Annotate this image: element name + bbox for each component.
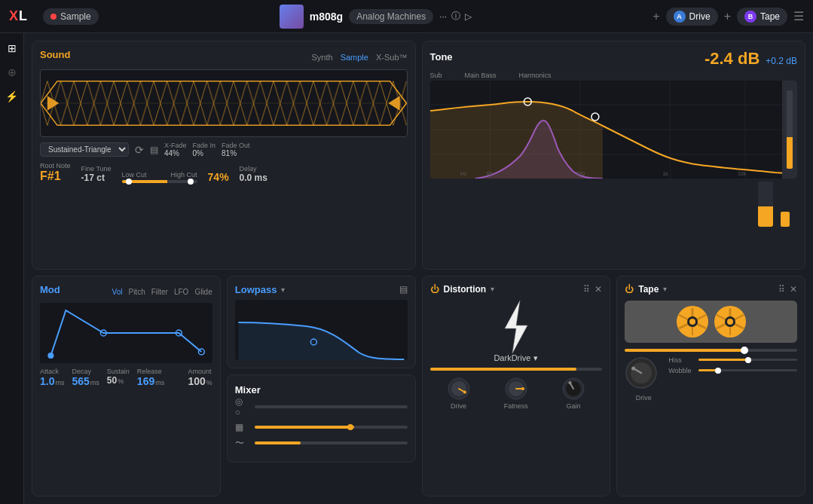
tab-xsub[interactable]: X-Sub™ <box>376 53 408 62</box>
add-icon[interactable]: + <box>653 10 659 23</box>
tab-glide[interactable]: Glide <box>194 288 212 296</box>
mixer-circles-icon: ◎ ○ <box>235 396 250 417</box>
wobble-label: Wobble <box>668 367 695 374</box>
waveform-svg <box>41 70 407 136</box>
main-bass-label: Main Bass <box>465 72 497 79</box>
lowpass-svg <box>235 300 408 360</box>
tone-db-value: -2.4 dB <box>704 49 760 69</box>
mixer-slider-3[interactable] <box>255 441 408 444</box>
tone-panel: Tone -2.4 dB +0.2 dB Sub Main Bass Harmo… <box>422 41 806 270</box>
mixer-slider-1[interactable] <box>255 405 408 408</box>
record-dot-icon <box>50 14 57 20</box>
svg-text:1k: 1k <box>662 171 668 176</box>
sub-label: Sub <box>430 72 442 79</box>
drive-knob[interactable] <box>447 377 471 401</box>
tape-bottom-controls: Drive Hiss Wobble <box>625 356 797 402</box>
menu-icon[interactable]: ☰ <box>793 9 804 23</box>
mod-panel: Mod Vol Pitch Filter LFO Glide <box>32 276 221 497</box>
chain-b-button[interactable]: B Tape <box>737 8 787 26</box>
sidebar-grid-icon[interactable]: ⊞ <box>8 42 17 54</box>
tape-drive-section: Drive <box>625 356 662 402</box>
tape-drive-knob[interactable] <box>625 356 658 389</box>
sound-title: Sound <box>40 49 70 60</box>
cut-slider-param: Low Cut High Cut <box>122 171 197 183</box>
nav-right: + A Drive + B Tape ☰ <box>653 8 804 26</box>
tab-vol[interactable]: Vol <box>112 288 123 296</box>
lowpass-mixer-column: Lowpass ▾ ▤ <box>227 276 416 497</box>
main-layout: ⊞ ⊕ ⚡ Sound Synth Sample X-Sub™ <box>0 33 813 504</box>
cut-slider[interactable] <box>122 180 197 183</box>
sample-button[interactable]: Sample <box>43 8 99 25</box>
distortion-arrow[interactable]: ▾ <box>491 285 494 293</box>
sound-header: Sound Synth Sample X-Sub™ <box>40 49 408 65</box>
distortion-options-icon[interactable]: ⠿ <box>583 284 590 295</box>
svg-point-45 <box>689 319 695 325</box>
tone-labels: Sub Main Bass Harmonics <box>430 72 798 79</box>
gain-label: Gain <box>567 402 581 410</box>
highcut-val-param: 74% <box>208 171 229 183</box>
tone-eq-display: Hz 60 250 1k 10k <box>430 81 798 179</box>
bottom-right-area: ⏻ Distortion ▾ ⠿ ✕ DarkDrive ▾ <box>422 276 806 497</box>
top-navigation: XL Sample m808g Analog Machines ··· ⓘ ▷ … <box>0 0 813 33</box>
nav-controls: ··· ⓘ ▷ <box>439 10 472 23</box>
tone-title: Tone <box>430 51 453 63</box>
distortion-power-icon[interactable]: ⏻ <box>430 284 439 295</box>
fine-tune-param: Fine Tune -17 ct <box>81 165 112 183</box>
forward-icon[interactable]: ▷ <box>465 11 472 22</box>
chain-a-button[interactable]: A Drive <box>666 8 718 26</box>
mixer-row-1: ◎ ○ <box>235 396 408 417</box>
sustain-param: Sustain 50 % <box>107 368 130 387</box>
fadeout-control: Fade Out 81% <box>222 142 250 157</box>
tab-sample[interactable]: Sample <box>341 53 368 62</box>
delay-param: Delay 0.0 ms <box>240 165 267 183</box>
distortion-header: ⏻ Distortion ▾ ⠿ ✕ <box>430 284 603 295</box>
release-param: Release 169 ms <box>137 368 164 387</box>
fatness-knob[interactable] <box>504 377 528 401</box>
more-icon[interactable]: ··· <box>439 11 447 22</box>
fadein-control: Fade In 0% <box>193 142 216 157</box>
distortion-visual <box>430 301 603 353</box>
tape-options-icon[interactable]: ⠿ <box>778 284 785 295</box>
gain-knob[interactable] <box>561 377 585 401</box>
chain-a-name: Drive <box>689 11 711 22</box>
darkdrive-preset[interactable]: DarkDrive ▾ <box>430 353 603 363</box>
svg-point-21 <box>47 353 53 359</box>
distortion-close-icon[interactable]: ✕ <box>594 284 602 295</box>
mod-title: Mod <box>40 284 60 295</box>
distortion-main-slider[interactable] <box>430 368 603 371</box>
tape-main-slider[interactable] <box>625 349 797 352</box>
preset-label[interactable]: Analog Machines <box>349 9 433 24</box>
wobble-slider[interactable] <box>698 369 797 371</box>
mixer-title: Mixer <box>235 384 261 396</box>
tab-pitch[interactable]: Pitch <box>128 288 145 296</box>
tape-close-icon[interactable]: ✕ <box>790 284 797 295</box>
app-logo: XL <box>9 8 28 24</box>
track-title: m808g <box>310 11 343 23</box>
sidebar-eq-icon[interactable]: ⚡ <box>5 90 18 102</box>
lowpass-settings-icon[interactable]: ▤ <box>399 284 408 295</box>
info-icon[interactable]: ⓘ <box>451 10 460 23</box>
tab-filter[interactable]: Filter <box>151 288 168 296</box>
drive-knob-group: Drive <box>447 377 471 410</box>
hiss-slider[interactable] <box>698 359 797 361</box>
tab-synth[interactable]: Synth <box>311 53 332 62</box>
mixer-panel: Mixer ◎ ○ ▦ <box>227 374 416 463</box>
hiss-param: Hiss <box>668 356 797 364</box>
lowpass-panel: Lowpass ▾ ▤ <box>227 276 416 368</box>
sidebar-mixer-icon[interactable]: ⊕ <box>8 66 17 78</box>
mixer-slider-2[interactable] <box>255 426 408 429</box>
chain-b-name: Tape <box>760 11 780 22</box>
tone-bottom <box>430 182 798 227</box>
svg-text:Hz: Hz <box>460 171 466 176</box>
drive-label: Drive <box>451 402 466 410</box>
svg-text:250: 250 <box>576 171 585 176</box>
content-area: Sound Synth Sample X-Sub™ <box>24 33 813 504</box>
waveform-select[interactable]: Sustained-Triangle <box>40 142 129 157</box>
mod-params: Attack 1.0 ms Decay 565 ms <box>40 368 212 387</box>
tape-arrow[interactable]: ▾ <box>663 285 667 293</box>
tab-lfo[interactable]: LFO <box>174 288 188 296</box>
lowpass-arrow[interactable]: ▾ <box>281 286 285 294</box>
add-chain-icon[interactable]: + <box>724 10 731 23</box>
tape-power-icon[interactable]: ⏻ <box>625 284 634 295</box>
chain-b-badge: B <box>744 11 756 23</box>
